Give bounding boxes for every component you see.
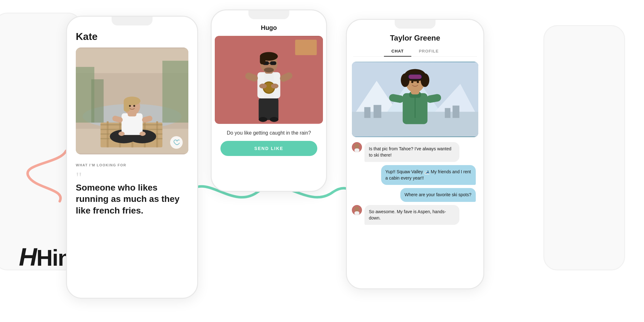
svg-rect-58 bbox=[364, 107, 370, 118]
svg-rect-59 bbox=[374, 105, 381, 118]
svg-point-52 bbox=[270, 117, 279, 122]
svg-rect-33 bbox=[259, 98, 268, 120]
svg-rect-34 bbox=[270, 98, 279, 120]
hugo-caption: Do you like getting caught in the rain? bbox=[212, 124, 326, 141]
svg-rect-42 bbox=[270, 61, 276, 65]
message-bubble-4: So awesome. My fave is Aspen, hands-down… bbox=[364, 205, 459, 225]
svg-rect-5 bbox=[91, 79, 103, 123]
phone-1-frame: Kate bbox=[66, 16, 198, 299]
svg-rect-78 bbox=[354, 148, 359, 152]
svg-rect-81 bbox=[354, 211, 359, 215]
svg-point-26 bbox=[133, 105, 135, 107]
svg-point-49 bbox=[259, 84, 267, 89]
svg-point-77 bbox=[355, 144, 359, 149]
message-row-2: Yup!! Squaw Valley 🎿 My friends and I re… bbox=[352, 165, 478, 185]
taylor-photo bbox=[352, 62, 478, 137]
svg-point-74 bbox=[411, 81, 414, 83]
svg-rect-45 bbox=[260, 55, 265, 64]
phone-2-notch bbox=[248, 10, 289, 19]
svg-rect-61 bbox=[452, 106, 459, 118]
svg-point-75 bbox=[417, 81, 419, 83]
phone-2-frame: Hugo bbox=[211, 9, 327, 192]
message-row-3: Where are your favorite ski spots? bbox=[352, 188, 478, 202]
tab-profile[interactable]: PROFILE bbox=[411, 46, 446, 57]
kate-photo bbox=[76, 47, 188, 154]
svg-rect-24 bbox=[124, 99, 130, 112]
avatar-hugo-1 bbox=[352, 142, 362, 152]
svg-point-51 bbox=[259, 117, 268, 122]
svg-point-25 bbox=[129, 105, 131, 107]
hugo-photo bbox=[215, 36, 323, 124]
message-bubble-3: Where are your favorite ski spots? bbox=[400, 188, 476, 202]
svg-point-46 bbox=[264, 68, 274, 73]
message-row-4: So awesome. My fave is Aspen, hands-down… bbox=[352, 205, 478, 225]
svg-rect-31 bbox=[295, 40, 317, 55]
svg-point-50 bbox=[271, 84, 279, 89]
message-bubble-1: Is that pic from Tahoe? I've always want… bbox=[364, 142, 459, 162]
phone-3-notch bbox=[395, 20, 436, 29]
svg-rect-18 bbox=[122, 113, 143, 135]
phone-1-notch bbox=[112, 17, 153, 25]
chat-tabs-bar: CHAT PROFILE bbox=[353, 42, 477, 57]
phone-3-frame: Taylor Greene CHAT PROFILE bbox=[346, 19, 484, 289]
kate-name: Kate bbox=[76, 31, 188, 42]
svg-rect-4 bbox=[162, 61, 188, 123]
message-row-1: Is that pic from Tahoe? I've always want… bbox=[352, 142, 478, 162]
avatar-hugo-2 bbox=[352, 205, 362, 215]
heart-like-button[interactable] bbox=[170, 136, 183, 149]
chat-area: Is that pic from Tahoe? I've always want… bbox=[347, 57, 483, 275]
tab-chat[interactable]: CHAT bbox=[384, 46, 411, 57]
svg-rect-60 bbox=[445, 108, 451, 118]
svg-point-80 bbox=[355, 207, 359, 212]
message-bubble-2: Yup!! Squaw Valley 🎿 My friends and I re… bbox=[381, 165, 476, 185]
looking-for-text: Someone who likes running as much as the… bbox=[76, 182, 188, 216]
svg-point-27 bbox=[119, 131, 125, 136]
bg-phone-right bbox=[543, 25, 625, 270]
svg-point-28 bbox=[140, 131, 146, 136]
svg-rect-73 bbox=[408, 75, 421, 79]
section-label: WHAT I'M LOOKING FOR bbox=[76, 163, 188, 167]
send-like-button[interactable]: SEND LIKE bbox=[220, 141, 317, 156]
